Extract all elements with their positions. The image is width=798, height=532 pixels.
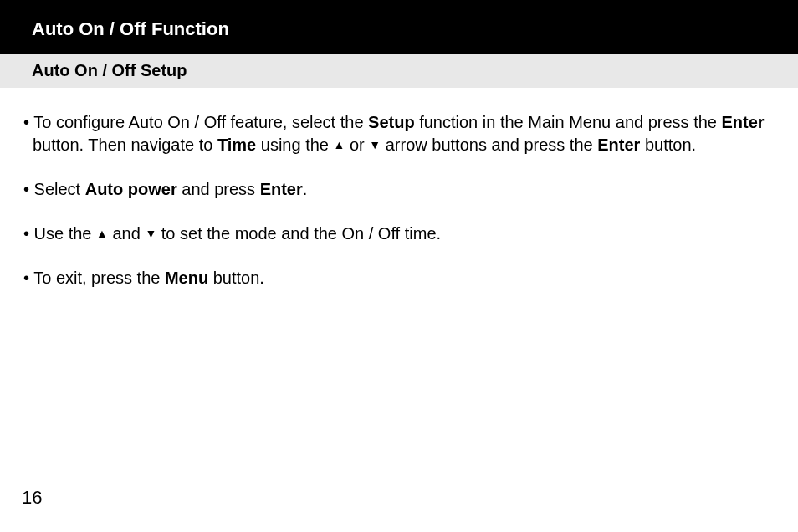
- text: or: [345, 136, 369, 154]
- text: using the: [256, 136, 333, 154]
- page-number: 16: [22, 487, 42, 509]
- bold-time: Time: [217, 136, 256, 154]
- bold-enter: Enter: [722, 113, 765, 131]
- text: button.: [208, 269, 264, 287]
- up-arrow-icon: ▲: [96, 227, 108, 240]
- text: • Select: [23, 180, 85, 198]
- bold-auto-power: Auto power: [85, 180, 177, 198]
- bold-menu: Menu: [165, 269, 208, 287]
- up-arrow-icon: ▲: [334, 138, 345, 151]
- bullet-item-2: • Select Auto power and press Enter.: [23, 178, 766, 201]
- text: • To configure Auto On / Off feature, se…: [23, 113, 368, 131]
- bullet-item-4: • To exit, press the Menu button.: [23, 267, 766, 289]
- header-bar: Auto On / Off Function: [0, 0, 798, 54]
- text: .: [303, 180, 308, 198]
- bullet-item-3: • Use the ▲ and ▼ to set the mode and th…: [23, 223, 766, 245]
- text: button. Then navigate to: [33, 136, 217, 154]
- text: arrow buttons and press the: [381, 136, 597, 154]
- bold-enter: Enter: [260, 180, 303, 198]
- header-title: Auto On / Off Function: [32, 18, 229, 39]
- text: function in the Main Menu and press the: [415, 113, 722, 131]
- text: button.: [640, 136, 696, 154]
- text: and press: [177, 180, 260, 198]
- bullet-item-1: • To configure Auto On / Off feature, se…: [23, 111, 766, 156]
- text: • To exit, press the: [23, 269, 165, 287]
- down-arrow-icon: ▼: [145, 227, 156, 240]
- sub-header-title: Auto On / Off Setup: [32, 61, 187, 79]
- down-arrow-icon: ▼: [369, 138, 381, 151]
- text: and: [108, 224, 145, 243]
- sub-header: Auto On / Off Setup: [0, 54, 798, 88]
- text: to set the mode and the On / Off time.: [156, 224, 441, 243]
- content-body: • To configure Auto On / Off feature, se…: [0, 88, 798, 289]
- bold-setup: Setup: [368, 113, 415, 131]
- text: • Use the: [23, 224, 96, 243]
- bold-enter: Enter: [597, 136, 640, 154]
